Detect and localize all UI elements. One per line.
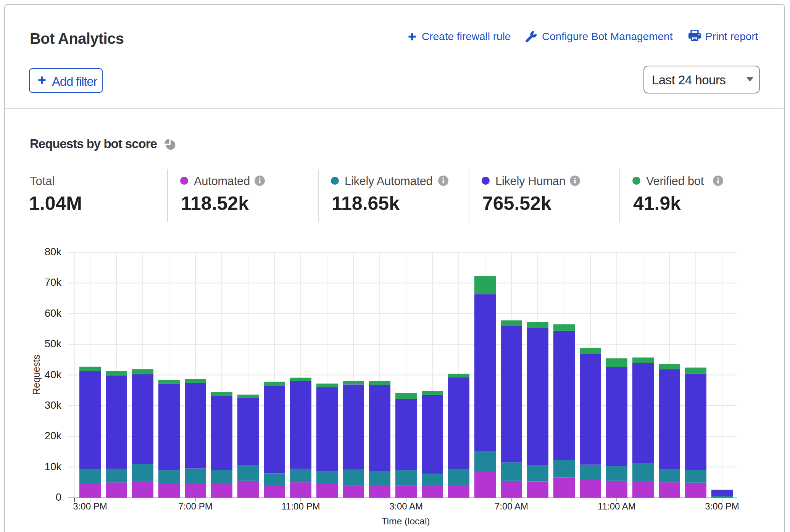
svg-text:3:00 AM: 3:00 AM: [389, 501, 423, 511]
svg-text:3:00 PM: 3:00 PM: [73, 501, 107, 511]
svg-text:11:00 AM: 11:00 AM: [598, 501, 636, 511]
svg-text:40k: 40k: [45, 369, 62, 380]
svg-text:0: 0: [56, 491, 61, 503]
svg-text:80k: 80k: [45, 246, 62, 258]
svg-text:60k: 60k: [45, 307, 62, 319]
svg-text:10k: 10k: [45, 461, 62, 472]
svg-text:7:00 AM: 7:00 AM: [495, 501, 528, 511]
svg-text:11:00 PM: 11:00 PM: [282, 501, 320, 511]
svg-text:20k: 20k: [45, 430, 62, 442]
svg-text:50k: 50k: [45, 338, 62, 350]
svg-text:Time (local): Time (local): [381, 516, 430, 526]
svg-text:3:00 PM: 3:00 PM: [705, 501, 739, 511]
svg-text:Requests: Requests: [31, 355, 42, 395]
svg-text:70k: 70k: [45, 276, 62, 288]
svg-text:7:00 PM: 7:00 PM: [178, 501, 212, 511]
svg-text:30k: 30k: [45, 399, 62, 411]
